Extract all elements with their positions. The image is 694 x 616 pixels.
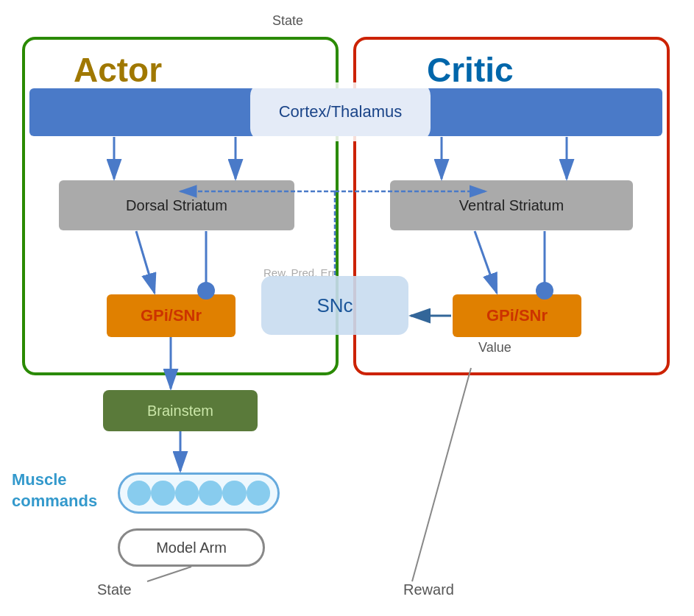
muscle-circle-5 xyxy=(222,481,246,506)
muscle-circle-4 xyxy=(199,481,222,506)
brainstem-label: Brainstem xyxy=(147,403,213,419)
diagram-container: State Actor Critic Cortex/Thalamus Dorsa… xyxy=(0,0,694,616)
model-arm-label: Model Arm xyxy=(156,539,227,556)
gpi-actor-box: GPi/SNr xyxy=(107,294,236,337)
ventral-striatum-box: Ventral Striatum xyxy=(390,180,633,230)
svg-line-18 xyxy=(412,368,471,581)
state-top-label: State xyxy=(272,13,303,29)
snc-box: SNc xyxy=(261,276,408,335)
muscle-circles-pill xyxy=(118,472,280,514)
muscle-circle-3 xyxy=(175,481,199,506)
ventral-label: Ventral Striatum xyxy=(459,197,564,214)
brainstem-box: Brainstem xyxy=(103,390,258,431)
state-bottom-label: State xyxy=(97,581,132,598)
muscle-circle-2 xyxy=(151,481,174,506)
muscle-circle-1 xyxy=(127,481,151,506)
svg-line-17 xyxy=(147,567,191,581)
cortex-label: Cortex/Thalamus xyxy=(279,102,403,121)
dorsal-striatum-box: Dorsal Striatum xyxy=(59,180,294,230)
dorsal-label: Dorsal Striatum xyxy=(126,197,227,214)
gpi-critic-box: GPi/SNr xyxy=(453,294,581,337)
snc-label: SNc xyxy=(316,294,353,317)
value-label: Value xyxy=(478,340,511,355)
muscle-circle-6 xyxy=(247,481,270,506)
gpi-critic-label: GPi/SNr xyxy=(486,306,548,325)
actor-label: Actor xyxy=(74,50,162,90)
muscle-label: Muscle commands xyxy=(12,470,97,511)
reward-bottom-label: Reward xyxy=(403,581,454,598)
critic-label: Critic xyxy=(427,50,514,90)
cortex-label-box: Cortex/Thalamus xyxy=(250,82,431,141)
gpi-actor-label: GPi/SNr xyxy=(141,306,202,325)
model-arm-box: Model Arm xyxy=(118,528,265,567)
